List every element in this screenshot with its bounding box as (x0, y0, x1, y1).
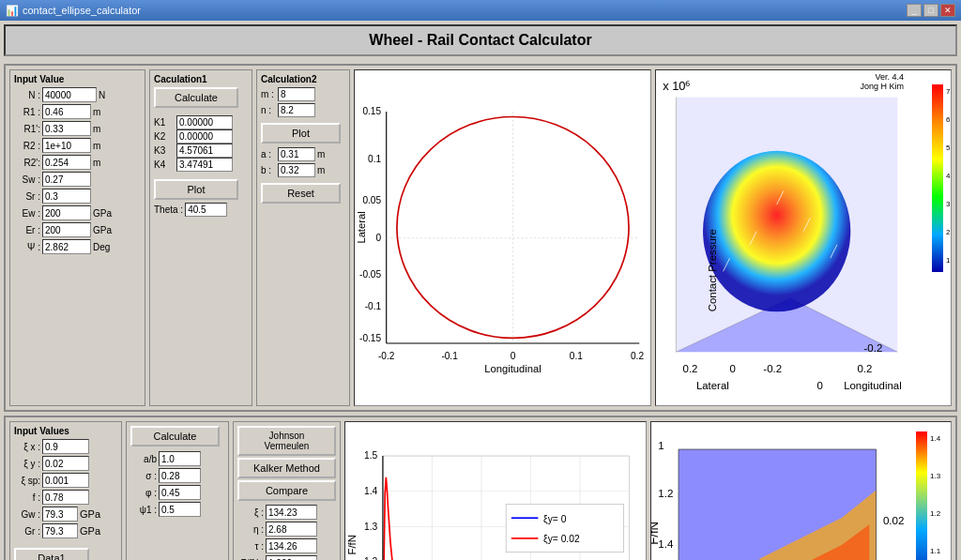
theta-row: Theta : (154, 203, 248, 217)
svg-text:-0.1: -0.1 (441, 351, 458, 361)
k4-field[interactable] (176, 158, 233, 172)
calc1-calculate-btn[interactable]: Calculate (154, 87, 238, 108)
tau-row: τ : (237, 538, 336, 553)
field-R1p[interactable] (42, 121, 91, 136)
top-panel: Input Value N : N R1 : m R1': m R2 : m (4, 64, 957, 412)
Gr-field[interactable] (42, 523, 78, 538)
svg-point-25 (703, 151, 850, 312)
minimize-btn[interactable]: _ (907, 4, 922, 17)
k3-label: K3 (154, 145, 175, 156)
top-calc2-section: Calculation2 m : n : Plot a : m b : m Re… (256, 69, 350, 406)
svg-text:Longitudinal: Longitudinal (844, 380, 902, 391)
sigma-field[interactable] (159, 468, 201, 483)
maximize-btn[interactable]: □ (923, 4, 938, 17)
label-R1: R1 : (14, 107, 40, 117)
title-bar-controls[interactable]: _ □ ✕ (907, 4, 955, 17)
field-R2p[interactable] (42, 155, 91, 170)
Gr-unit: GPa (80, 525, 100, 537)
jv-btn[interactable]: Johnson Vermeulen (237, 426, 336, 456)
field-R2[interactable] (42, 138, 91, 153)
field-R1[interactable] (42, 104, 91, 119)
unit-Ew: GPa (93, 208, 119, 219)
svg-text:4: 4 (946, 172, 951, 180)
svg-text:1.2: 1.2 (658, 487, 673, 499)
ab-field[interactable] (159, 451, 201, 466)
k3-field[interactable] (176, 144, 233, 158)
a-field[interactable] (278, 147, 315, 161)
unit-N: N (99, 90, 125, 100)
kalker-btn[interactable]: Kalker Method (237, 458, 336, 478)
bottom-2d-plot: 0 0.2 0.4 0.6 0.8 1 1 1.1 1.2 1.3 1.4 1.… (344, 421, 647, 560)
k3-row: K3 (154, 144, 248, 158)
xi-result-field[interactable] (266, 505, 317, 520)
svg-text:ξy= 0: ξy= 0 (543, 514, 567, 524)
field-Sw[interactable] (42, 172, 91, 187)
tau-label: τ : (237, 541, 264, 552)
3d-plot-svg: x 10⁶ (656, 70, 952, 405)
title-bar-left: 📊 contact_ellipse_calculator (6, 5, 141, 17)
Gw-field[interactable] (42, 507, 78, 522)
bottom-calculate-btn[interactable]: Calculate (130, 426, 220, 446)
svg-text:-0.05: -0.05 (359, 269, 381, 280)
label-psi: Ψ : (14, 242, 40, 252)
field-Er[interactable] (42, 222, 91, 237)
bottom-input-section: Input Values ξ x : ξ y : ξ sp: f : Gw : … (9, 421, 122, 560)
unit-psi: Deg (93, 242, 119, 252)
ab-row: a/b (130, 451, 224, 466)
n-field[interactable] (278, 103, 315, 117)
svg-text:1: 1 (946, 256, 951, 265)
phi-field[interactable] (159, 485, 201, 500)
input-row-R2: R2 : m (14, 138, 141, 153)
m-field[interactable] (278, 87, 315, 101)
field-N[interactable] (42, 87, 97, 102)
svg-text:0.05: 0.05 (362, 195, 381, 205)
svg-text:1.4: 1.4 (364, 486, 378, 496)
b-field[interactable] (278, 163, 315, 177)
psi1-label: ψ1 : (130, 505, 157, 515)
calc2-plot-btn[interactable]: Plot (261, 123, 341, 144)
xi-x-label: ξ x : (14, 442, 40, 452)
svg-text:1: 1 (658, 439, 664, 451)
psi1-row: ψ1 : (130, 502, 224, 517)
k2-field[interactable] (176, 129, 233, 144)
input-row-R2p: R2': m (14, 155, 141, 170)
xi-y-field[interactable] (42, 456, 89, 471)
calc1-plot-btn[interactable]: Plot (154, 179, 238, 200)
version-text: Ver. 4.4 (875, 72, 904, 82)
xi-sp-label: ξ sp: (14, 476, 40, 486)
xi-sp-field[interactable] (42, 473, 89, 488)
tau-field[interactable] (266, 538, 317, 553)
svg-text:1.4: 1.4 (658, 537, 674, 550)
svg-text:F/fN: F/fN (346, 535, 358, 555)
xi-x-field[interactable] (42, 439, 89, 454)
Gw-unit: GPa (80, 508, 100, 520)
svg-text:7: 7 (946, 87, 951, 96)
ffn-field[interactable] (266, 555, 317, 560)
calc2-reset-btn[interactable]: Reset (261, 183, 341, 204)
input-row-Sw: Sw : (14, 172, 141, 187)
xi-y-row: ξ y : (14, 456, 117, 471)
eta-field[interactable] (266, 522, 317, 537)
field-Sr[interactable] (42, 189, 91, 204)
eta-row: η : (237, 522, 336, 537)
svg-text:0: 0 (729, 363, 735, 374)
k1-field[interactable] (176, 115, 233, 129)
unit-R2p: m (93, 158, 119, 168)
f-field[interactable] (42, 490, 89, 505)
compare-btn[interactable]: Compare (237, 480, 336, 501)
bottom-2d-svg: 0 0.2 0.4 0.6 0.8 1 1 1.1 1.2 1.3 1.4 1.… (345, 422, 646, 560)
svg-text:-0.1: -0.1 (365, 301, 382, 311)
data1-btn[interactable]: Data1 (14, 548, 89, 560)
svg-text:Lateral: Lateral (356, 211, 367, 243)
svg-text:1.3: 1.3 (930, 472, 941, 480)
b-unit: m (317, 165, 325, 175)
psi1-field[interactable] (159, 502, 201, 517)
top-3d-plot: Ver. 4.4 Jong H Kim x 10⁶ (655, 69, 953, 406)
close-btn[interactable]: ✕ (940, 4, 955, 17)
ffn-row: F/fN : (237, 555, 336, 560)
field-Ew[interactable] (42, 205, 91, 220)
theta-field[interactable] (185, 203, 227, 217)
field-psi[interactable] (42, 239, 91, 254)
svg-text:-0.2: -0.2 (763, 363, 782, 374)
svg-text:Contact Pressure: Contact Pressure (707, 229, 718, 311)
